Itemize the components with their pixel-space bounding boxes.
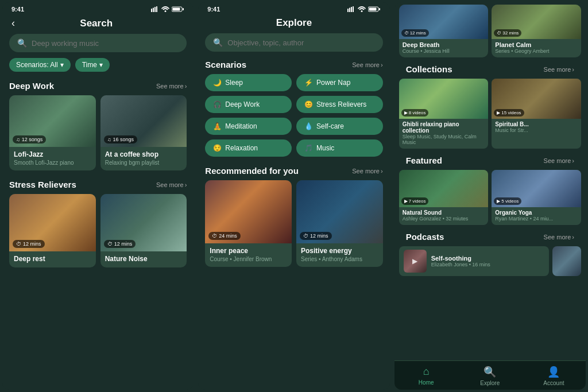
chip-selfcare[interactable]: 💧 Self-care	[296, 118, 383, 135]
chevron-right-icon: ›	[185, 83, 187, 90]
ghibli-badge: ▶ 8 videos	[401, 109, 429, 117]
time-filter[interactable]: Time ▾	[75, 58, 110, 72]
svg-rect-2	[154, 7, 156, 12]
right-panel: ⏱ 12 mins Deep Breath Course • Jessica H…	[394, 2, 586, 390]
ghibli-title: Ghibli relaxing piano collection	[403, 121, 485, 134]
natural-sub: Ashley Gonzalez • 32 miutes	[403, 216, 485, 222]
ghibli-info: Ghibli relaxing piano collection Sleep M…	[399, 119, 489, 149]
search-icon-2: 🔍	[213, 38, 223, 47]
collections-see-more[interactable]: See more ›	[544, 66, 574, 73]
chip-sleep-label: Sleep	[225, 79, 243, 87]
natural-title: Natural Sound	[403, 209, 485, 216]
chevron-right-icon-3: ›	[381, 61, 383, 68]
planetcalm-card[interactable]: ⏱ 32 mins Planet Calm Series • Geogry Am…	[492, 5, 581, 57]
positive-energy-card[interactable]: ⏱ 12 mins Positive energy Series • Antho…	[296, 180, 383, 267]
top-cards: ⏱ 12 mins Deep Breath Course • Jessica H…	[394, 2, 586, 62]
spiritual-card[interactable]: ▶ 15 videos Spiritual B... Music for Str…	[492, 79, 581, 149]
search-input[interactable]	[32, 39, 179, 48]
account-label: Account	[543, 380, 564, 386]
deepbreath-info: Deep Breath Course • Jessica Hill	[399, 39, 489, 57]
deepbreath-card[interactable]: ⏱ 12 mins Deep Breath Course • Jessica H…	[399, 5, 489, 57]
inner-peace-info: Inner peace Course • Jennifer Brown	[205, 243, 292, 267]
time-2: 9:41	[207, 6, 220, 13]
chip-stress[interactable]: 😊 Stress Relievers	[296, 96, 383, 113]
relaxation-icon: 😌	[213, 144, 222, 152]
account-icon: 👤	[547, 366, 560, 378]
podcast-2[interactable]	[552, 246, 581, 276]
deep-work-title: Deep Work	[9, 81, 54, 91]
podcast-sub-1: Elizabeth Jones • 16 mins	[431, 262, 544, 267]
recommended-see-more[interactable]: See more ›	[352, 168, 382, 174]
search-bar[interactable]: 🔍	[9, 34, 187, 52]
explore-search-input[interactable]	[227, 38, 374, 47]
lofi-image: ♫ 12 songs	[9, 95, 96, 147]
explore-label: Explore	[480, 380, 500, 386]
lofi-title: Lofi-Jazz	[14, 150, 91, 158]
chip-sleep[interactable]: 🌙 Sleep	[205, 74, 292, 91]
chip-deepwork-label: Deep Work	[225, 100, 260, 108]
chip-deepwork[interactable]: 🎧 Deep Work	[205, 96, 292, 113]
nav-explore[interactable]: 🔍 Explore	[458, 366, 522, 386]
chip-relaxation-label: Relaxation	[225, 144, 258, 152]
deeprest-badge: ⏱ 12 mins	[13, 240, 45, 248]
back-button[interactable]: ‹	[11, 17, 15, 29]
natural-image: ▶ 7 videos	[399, 170, 489, 207]
chevron-right-icon-6: ›	[572, 157, 574, 164]
coffee-title: At a coffee shop	[105, 150, 183, 158]
explore-search-bar[interactable]: 🔍	[205, 33, 382, 52]
naturenoise-card[interactable]: ⏱ 12 mins Nature Noise	[100, 194, 187, 267]
natural-sound-card[interactable]: ▶ 7 videos Natural Sound Ashley Gonzalez…	[399, 170, 489, 225]
nav-account[interactable]: 👤 Account	[522, 366, 586, 386]
podcasts-header: Podcasts See more ›	[399, 230, 581, 246]
chevron-right-icon-4: ›	[381, 168, 383, 174]
deep-work-see-more[interactable]: See more ›	[156, 83, 187, 90]
inner-peace-title: Inner peace	[210, 247, 287, 255]
deep-work-cards: ♫ 12 songs Lofi-Jazz Smooth Lofi-Jazz pi…	[2, 95, 194, 177]
featured-cards: ▶ 7 videos Natural Sound Ashley Gonzalez…	[399, 170, 581, 225]
natural-badge: ▶ 7 videos	[401, 197, 429, 205]
coffee-card[interactable]: ♫ 16 songs At a coffee shop Relaxing bgm…	[100, 95, 187, 170]
svg-rect-6	[173, 8, 180, 11]
stress-see-more[interactable]: See more ›	[156, 181, 187, 188]
chip-meditation[interactable]: 🧘 Meditation	[205, 118, 292, 135]
stress-cards: ⏱ 12 mins Deep rest ⏱ 12 mins Nature Noi…	[2, 194, 194, 274]
video-icon-2: ▶	[497, 110, 500, 115]
music-chip-icon: 🎵	[304, 144, 313, 152]
lofi-card[interactable]: ♫ 12 songs Lofi-Jazz Smooth Lofi-Jazz pi…	[9, 95, 96, 170]
svg-point-4	[165, 10, 167, 12]
deepbreath-title: Deep Breath	[403, 41, 485, 48]
explore-nav-icon: 🔍	[483, 366, 496, 378]
podcasts-title: Podcasts	[406, 232, 444, 242]
featured-see-more[interactable]: See more ›	[544, 157, 574, 164]
nav-home[interactable]: ⌂ Home	[394, 366, 458, 386]
yoga-badge: ▶ 5 videos	[494, 197, 521, 205]
svg-rect-8	[347, 9, 349, 12]
search-header: ‹ Search	[2, 15, 194, 34]
podcast-self-soothing[interactable]: ▶ Self-soothing Elizabeth Jones • 16 min…	[399, 246, 549, 276]
deeprest-card[interactable]: ⏱ 12 mins Deep rest	[9, 194, 96, 267]
search-title: Search	[20, 18, 173, 29]
chip-relaxation[interactable]: 😌 Relaxation	[205, 139, 292, 157]
ghibli-card[interactable]: ▶ 8 videos Ghibli relaxing piano collect…	[399, 79, 489, 149]
svg-rect-1	[153, 8, 154, 13]
stress-icon: 😊	[304, 100, 313, 108]
naturenoise-image: ⏱ 12 mins	[100, 194, 187, 251]
planetcalm-sub: Series • Geogry Ambert	[495, 48, 578, 54]
scenarios-see-more[interactable]: See more ›	[352, 61, 382, 68]
search-panel: 9:41 ‹ Search 🔍 Scenarios: All ▾ Time	[2, 2, 194, 390]
stress-title: Stress Relievers	[9, 180, 76, 189]
yoga-sub: Ryan Martinez • 24 miu...	[495, 216, 578, 222]
chip-music[interactable]: 🎵 Music	[296, 139, 383, 157]
chevron-right-icon-7: ›	[572, 234, 574, 240]
deeprest-title: Deep rest	[14, 255, 91, 263]
recommended-header: Recommended for you See more ›	[198, 164, 389, 180]
time-icon: ⏱	[16, 241, 21, 247]
inner-peace-card[interactable]: ⏱ 24 mins Inner peace Course • Jennifer …	[205, 180, 292, 267]
featured-section: Featured See more › ▶ 7 videos Natural S	[394, 153, 586, 230]
chip-powernap-label: Power Nap	[316, 79, 350, 87]
scenario-filter[interactable]: Scenarios: All ▾	[9, 58, 71, 72]
podcasts-see-more[interactable]: See more ›	[544, 234, 574, 240]
chip-powernap[interactable]: ⚡ Power Nap	[296, 74, 383, 91]
spiritual-image: ▶ 15 videos	[492, 79, 581, 119]
organic-yoga-card[interactable]: ▶ 5 videos Organic Yoga Ryan Martinez • …	[492, 170, 581, 225]
